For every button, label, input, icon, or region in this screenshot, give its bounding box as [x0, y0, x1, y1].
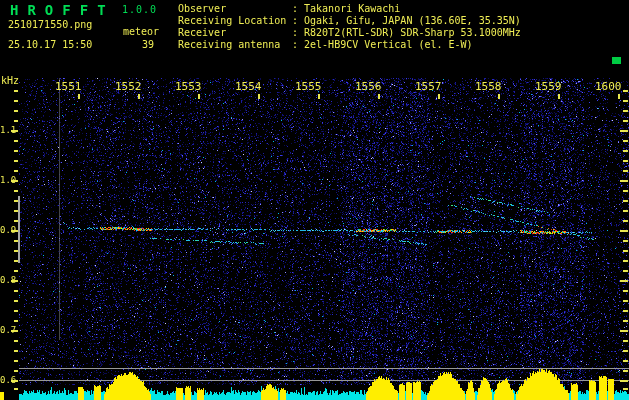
time-axis-label: 1552	[115, 80, 142, 93]
spectrogram-canvas	[0, 0, 629, 400]
time-axis-label: 1559	[535, 80, 562, 93]
frequency-axis-label: 1.1	[0, 125, 13, 135]
station-label: Receiving antenna	[178, 39, 292, 50]
hrofft-output-image: HROFFT 1.0.0 2510171550.png meteor 25.10…	[0, 0, 629, 400]
time-axis-label: 1556	[355, 80, 382, 93]
frequency-axis-unit: kHz	[1, 76, 19, 86]
time-axis-label: 1555	[295, 80, 322, 93]
station-row-receiver: Receiver: R820T2(RTL-SDR) SDR-Sharp 53.1…	[178, 27, 521, 38]
station-value: : Takanori Kawachi	[292, 3, 400, 14]
output-filename: 2510171550.png	[8, 20, 92, 30]
time-axis-label: 1600	[595, 80, 622, 93]
station-label: Receiving Location	[178, 15, 292, 26]
echo-count: 39	[142, 40, 154, 50]
frequency-axis-label: 0.6	[0, 375, 13, 385]
time-axis-label: 1551	[55, 80, 82, 93]
time-axis-label: 1553	[175, 80, 202, 93]
app-version: 1.0.0	[122, 5, 157, 15]
status-indicator	[612, 57, 621, 64]
mode-label: meteor	[123, 27, 159, 37]
time-axis-label: 1557	[415, 80, 442, 93]
app-title: HROFFT	[10, 3, 115, 17]
time-axis-label: 1554	[235, 80, 262, 93]
station-value: : R820T2(RTL-SDR) SDR-Sharp 53.1000MHz	[292, 27, 521, 38]
frequency-axis-label: 0.7	[0, 325, 13, 335]
station-value: : Ogaki, Gifu, JAPAN (136.60E, 35.35N)	[292, 15, 521, 26]
station-value: : 2el-HB9CV Vertical (el. E-W)	[292, 39, 473, 50]
station-label: Observer	[178, 3, 292, 14]
timestamp: 25.10.17 15:50	[8, 40, 92, 50]
frequency-axis-label: 1.0	[0, 175, 13, 185]
station-label: Receiver	[178, 27, 292, 38]
time-axis-label: 1558	[475, 80, 502, 93]
station-row-antenna: Receiving antenna: 2el-HB9CV Vertical (e…	[178, 39, 473, 50]
frequency-axis-label: 0.9	[0, 225, 13, 235]
frequency-axis-label: 0.8	[0, 275, 13, 285]
station-row-location: Receiving Location: Ogaki, Gifu, JAPAN (…	[178, 15, 521, 26]
station-row-observer: Observer: Takanori Kawachi	[178, 3, 400, 14]
